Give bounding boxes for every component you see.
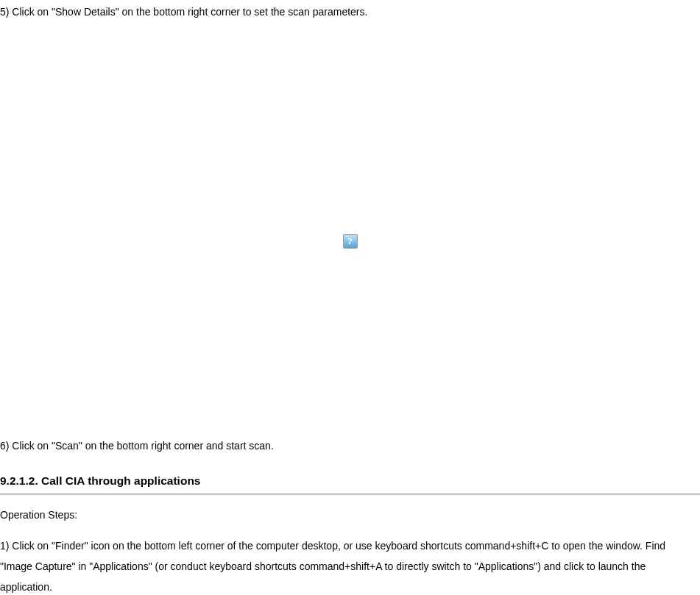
section-title: Call CIA through applications bbox=[41, 474, 200, 487]
question-mark-icon: ? bbox=[347, 234, 353, 249]
image-placeholder-container: ? bbox=[0, 29, 700, 438]
section-number: 9.2.1.2. bbox=[0, 474, 38, 487]
operation-step-1: 1) Click on "Finder" icon on the bottom … bbox=[0, 535, 700, 595]
section-divider bbox=[0, 494, 700, 495]
operation-steps-label: Operation Steps: bbox=[0, 507, 700, 523]
step-5-text: 5) Click on "Show Details" on the bottom… bbox=[0, 4, 700, 21]
missing-image-icon: ? bbox=[343, 234, 358, 249]
section-heading: 9.2.1.2. Call CIA through applications bbox=[0, 472, 700, 491]
step-6-text: 6) Click on "Scan" on the bottom right c… bbox=[0, 438, 700, 455]
